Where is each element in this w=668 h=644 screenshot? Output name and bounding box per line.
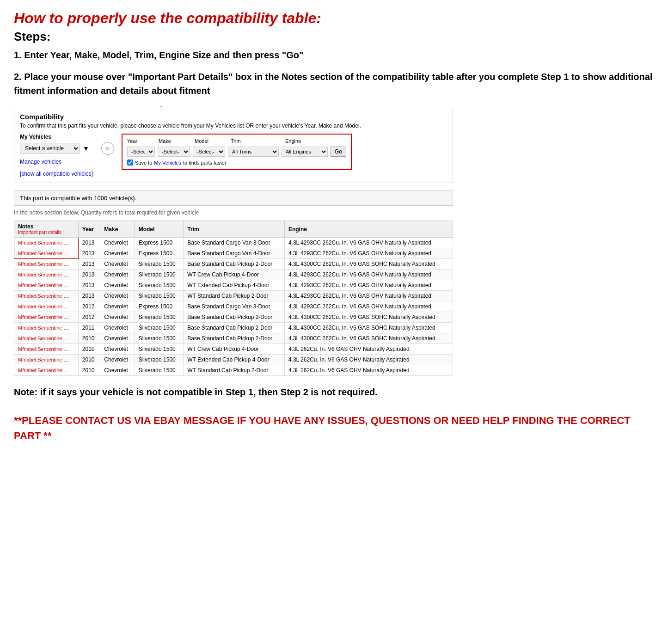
notes-cell: Mfrlabel:Serpentine ....: [14, 301, 79, 312]
dropdown-arrow-icon: ▼: [83, 145, 89, 152]
engine-cell: 4.3L 262Cu. In. V6 GAS OHV Naturally Asp…: [284, 365, 453, 376]
save-text: Save to: [135, 160, 152, 166]
engine-cell: 4.3L 4293CC 262Cu. In. V6 GAS OHV Natura…: [284, 270, 453, 280]
trim-cell: Base Standard Cab Pickup 2-Door: [184, 312, 285, 323]
trim-cell: WT Crew Cab Pickup 4-Door: [184, 270, 285, 280]
make-select[interactable]: -Select-: [158, 147, 190, 157]
bottom-note: Note: if it says your vehicle is not com…: [14, 385, 654, 399]
compat-title: Compatibility: [20, 113, 447, 121]
year-cell: 2012: [78, 301, 100, 312]
my-vehicles-label: My Vehicles: [20, 134, 94, 140]
notes-cell: Mfrlabel:Serpentine....: [14, 365, 79, 376]
make-cell: Chevrolet: [100, 323, 135, 333]
diagram-wrapper: Compatibility To confirm that this part …: [14, 107, 453, 376]
step1-text: 1. Enter Year, Make, Model, Trim, Engine…: [14, 49, 654, 61]
make-cell: Chevrolet: [100, 365, 135, 376]
year-cell: 2013: [78, 259, 100, 270]
table-row: Mfrlabel:Serpentine .... 2012 Chevrolet …: [14, 312, 453, 323]
save-text2: to finds parts faster: [183, 160, 227, 166]
year-cell: 2011: [78, 323, 100, 333]
vehicle-select[interactable]: Select a vehicle: [20, 143, 80, 154]
year-cell: 2010: [78, 344, 100, 355]
trim-cell: WT Standard Cab Pickup 2-Door: [184, 291, 285, 301]
model-cell: Express 1500: [135, 248, 184, 259]
go-button[interactable]: Go: [331, 147, 346, 157]
important-part-details-label: Important part details: [18, 230, 74, 235]
make-cell: Chevrolet: [100, 280, 135, 291]
make-cell: Chevrolet: [100, 355, 135, 365]
ymme-inputs: -Select- -Select- -Select- All Trims All…: [127, 147, 346, 157]
ymme-section: Year Make Model Trim Engine -Select- -Se…: [122, 134, 352, 170]
make-cell: Chevrolet: [100, 333, 135, 344]
notes-cell: Mfrlabel:Serpentine ....: [14, 280, 79, 291]
table-row: Mfrlabel:Serpentine .... 2012 Chevrolet …: [14, 301, 453, 312]
trim-cell: WT Extended Cab Pickup 4-Door: [184, 355, 285, 365]
model-cell: Silverado 1500: [135, 355, 184, 365]
table-row: Mfrlabel:Serpentine .... 2010 Chevrolet …: [14, 344, 453, 355]
trim-cell: WT Crew Cab Pickup 4-Door: [184, 344, 285, 355]
steps-heading: Steps:: [14, 30, 654, 44]
model-cell: Silverado 1500: [135, 270, 184, 280]
table-row: Mfrlabel:Serpentine .... 2013 Chevrolet …: [14, 238, 453, 248]
my-vehicles-save-link[interactable]: My Vehicles: [154, 160, 181, 166]
trim-cell: Base Standard Cab Pickup 2-Door: [184, 323, 285, 333]
table-row: Mfrlabel:Serpentine.... 2013 Chevrolet E…: [14, 248, 453, 259]
contact-text: **PLEASE CONTACT US VIA EBAY MESSAGE IF …: [14, 413, 654, 443]
table-row: Mfrlabel:Serpentine .... 2013 Chevrolet …: [14, 280, 453, 291]
compatibility-box: Compatibility To confirm that this part …: [14, 107, 453, 183]
trim-cell: Base Standard Cargo Van 3-Door: [184, 301, 285, 312]
year-cell: 2013: [78, 248, 100, 259]
table-row: Mfrlabel:Serpentine .... 2010 Chevrolet …: [14, 355, 453, 365]
trim-cell: Base Standard Cargo Van 3-Door: [184, 238, 285, 248]
year-cell: 2013: [78, 280, 100, 291]
trim-cell: Base Standard Cargo Van 4-Door: [184, 248, 285, 259]
year-cell: 2013: [78, 291, 100, 301]
model-select[interactable]: -Select-: [193, 147, 225, 157]
engine-cell: 4.3L 262Cu. In. V6 GAS OHV Naturally Asp…: [284, 344, 453, 355]
trim-select[interactable]: All Trims: [228, 147, 279, 157]
compat-count-box: This part is compatible with 1000 vehicl…: [14, 190, 453, 206]
model-cell: Silverado 1500: [135, 323, 184, 333]
make-cell: Chevrolet: [100, 248, 135, 259]
engine-cell: 4.3L 4293CC 262Cu. In. V6 GAS OHV Natura…: [284, 291, 453, 301]
model-cell: Silverado 1500: [135, 365, 184, 376]
make-cell: Chevrolet: [100, 312, 135, 323]
step2-text: 2. Place your mouse over "Important Part…: [14, 70, 654, 98]
notes-cell: Mfrlabel:Serpentine ....: [14, 259, 79, 270]
engine-label: Engine: [285, 138, 331, 144]
engine-cell: 4.3L 4293CC 262Cu. In. V6 GAS OHV Natura…: [284, 301, 453, 312]
notes-cell: Mfrlabel:Serpentine ....: [14, 323, 79, 333]
compatibility-table: Notes Important part details Year Make M…: [14, 221, 453, 376]
engine-cell: 4.3L 4300CC 262Cu. In. V6 GAS SOHC Natur…: [284, 333, 453, 344]
trim-cell: Base Standard Cab Pickup 2-Door: [184, 333, 285, 344]
table-row: Mfrlabel:Serpentine.... 2010 Chevrolet S…: [14, 365, 453, 376]
engine-header: Engine: [284, 221, 453, 238]
show-all-compatible-link[interactable]: [show all compatible vehicles]: [20, 171, 94, 177]
trim-cell: WT Extended Cab Pickup 4-Door: [184, 280, 285, 291]
engine-select[interactable]: All Engines: [282, 147, 328, 157]
table-row: Mfrlabel:Serpentine .... 2013 Chevrolet …: [14, 291, 453, 301]
make-cell: Chevrolet: [100, 301, 135, 312]
make-cell: Chevrolet: [100, 238, 135, 248]
model-cell: Express 1500: [135, 301, 184, 312]
model-cell: Silverado 1500: [135, 259, 184, 270]
year-cell: 2010: [78, 365, 100, 376]
year-select[interactable]: -Select-: [127, 147, 155, 157]
quantity-note: In the notes section below, Quantity ref…: [14, 209, 453, 216]
engine-cell: 4.3L 4300CC 262Cu. In. V6 GAS SOHC Natur…: [284, 323, 453, 333]
notes-cell: Mfrlabel:Serpentine ....: [14, 312, 79, 323]
make-cell: Chevrolet: [100, 259, 135, 270]
model-cell: Silverado 1500: [135, 280, 184, 291]
notes-header-label: Notes: [18, 223, 33, 230]
year-cell: 2013: [78, 238, 100, 248]
trim-header: Trim: [184, 221, 285, 238]
make-header: Make: [100, 221, 135, 238]
notes-cell: Mfrlabel:Serpentine ....: [14, 270, 79, 280]
year-label: Year: [127, 138, 155, 144]
save-checkbox[interactable]: [127, 159, 133, 166]
year-cell: 2012: [78, 312, 100, 323]
model-cell: Express 1500: [135, 238, 184, 248]
make-label: Make: [159, 138, 191, 144]
manage-vehicles-link[interactable]: Manage vehicles: [20, 159, 94, 165]
model-cell: Silverado 1500: [135, 312, 184, 323]
